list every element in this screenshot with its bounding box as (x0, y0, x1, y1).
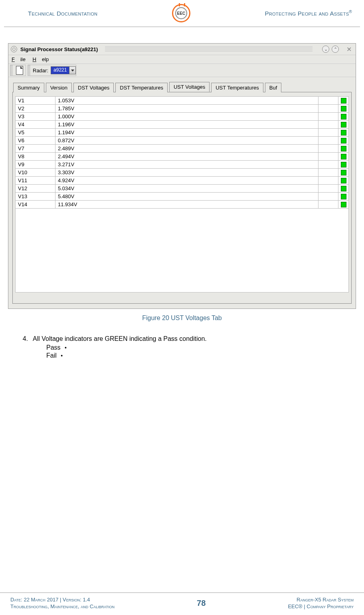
list-text: All Voltage indicators are GREEN indicat… (33, 335, 207, 342)
voltage-value: 1.785V (55, 105, 318, 113)
table-row: V31.000V (16, 113, 349, 121)
tab-buf[interactable]: Buf (265, 83, 282, 92)
voltage-name: V3 (16, 113, 55, 121)
minimize-button[interactable]: ⌄ (322, 46, 329, 53)
voltage-name: V2 (16, 105, 55, 113)
voltage-value: 11.934V (55, 201, 318, 209)
table-empty-area (15, 209, 349, 293)
toolbar-handle[interactable] (28, 65, 30, 76)
tabbar: Summary Version DST Voltages DST Tempera… (8, 77, 356, 92)
titlebar-stripes (105, 46, 313, 52)
status-cell (338, 137, 349, 145)
tab-ust-voltages[interactable]: UST Voltages (169, 82, 210, 92)
bullet-icon: • (61, 352, 63, 359)
doc-footer: Date: 22 March 2017 | Version: 1.4 Troub… (0, 592, 364, 610)
header-right-text: Protecting People and Assets® (265, 10, 352, 17)
voltage-spacer (318, 121, 338, 129)
tab-summary[interactable]: Summary (13, 83, 44, 92)
toolbar-group-new (10, 65, 26, 76)
voltage-spacer (318, 137, 338, 145)
voltage-name: V6 (16, 137, 55, 145)
table-row: V21.785V (16, 105, 349, 113)
menu-file[interactable]: File (12, 56, 26, 62)
table-row: V93.271V (16, 161, 349, 169)
status-cell (338, 201, 349, 209)
voltage-value: 3.271V (55, 161, 318, 169)
status-ok-icon (341, 186, 346, 191)
voltage-value: 2.494V (55, 153, 318, 161)
status-cell (338, 169, 349, 177)
tab-dst-temperatures[interactable]: DST Temperatures (115, 83, 168, 92)
tab-version[interactable]: Version (46, 83, 72, 92)
voltage-name: V4 (16, 121, 55, 129)
body-text: 4. All Voltage indicators are GREEN indi… (4, 335, 360, 359)
eec-logo-icon: EEC (172, 4, 190, 22)
status-cell (338, 121, 349, 129)
status-ok-icon (341, 162, 346, 167)
voltage-spacer (318, 169, 338, 177)
header-right-label: Protecting People and Assets (265, 10, 349, 17)
toolbar-group-radar: Radar: a9221 (28, 65, 76, 76)
table-row: V51.194V (16, 129, 349, 137)
table-row: V1411.934V (16, 201, 349, 209)
status-ok-icon (341, 114, 346, 119)
app-icon (11, 46, 17, 52)
status-cell (338, 97, 349, 105)
voltage-value: 2.489V (55, 145, 318, 153)
header-right-mark: ® (349, 10, 352, 14)
status-ok-icon (341, 178, 346, 183)
voltage-name: V12 (16, 185, 55, 193)
status-cell (338, 113, 349, 121)
status-ok-icon (341, 106, 346, 111)
header-left-text: Technical Documentation (28, 10, 97, 17)
voltage-name: V8 (16, 153, 55, 161)
window-title: Signal Processor Status(a9221) (20, 46, 98, 52)
voltage-spacer (318, 97, 338, 105)
eec-logo-text: EEC (175, 7, 187, 19)
window-titlebar: Signal Processor Status(a9221) ⌄ ⌃ ✕ (8, 44, 356, 55)
status-ok-icon (341, 98, 346, 103)
new-doc-icon[interactable] (16, 66, 23, 75)
voltage-spacer (318, 201, 338, 209)
status-cell (338, 185, 349, 193)
toolbar: Radar: a9221 (8, 64, 356, 77)
toolbar-handle[interactable] (10, 65, 13, 76)
footer-right: Ranger-X5 Radar System EEC® | Company Pr… (288, 596, 354, 610)
voltage-spacer (318, 177, 338, 185)
voltage-value: 4.924V (55, 177, 318, 185)
footer-proprietary: EEC® | Company Proprietary (288, 603, 354, 610)
tab-panel-ust-voltages: V11.053VV21.785VV31.000VV41.196VV51.194V… (12, 92, 352, 304)
voltage-spacer (318, 105, 338, 113)
table-row: V41.196V (16, 121, 349, 129)
footer-page-number: 78 (197, 599, 206, 608)
table-row: V82.494V (16, 153, 349, 161)
voltage-value: 3.303V (55, 169, 318, 177)
menubar: File Help (8, 55, 356, 64)
footer-subtitle: Troubleshooting, Maintenance, and Calibr… (10, 603, 115, 610)
voltage-name: V1 (16, 97, 55, 105)
voltage-name: V14 (16, 201, 55, 209)
voltage-spacer (318, 161, 338, 169)
tab-dst-voltages[interactable]: DST Voltages (73, 83, 114, 92)
status-cell (338, 193, 349, 201)
voltage-name: V10 (16, 169, 55, 177)
menu-help[interactable]: Help (33, 56, 49, 62)
chevron-down-icon[interactable] (69, 67, 75, 74)
table-row: V72.489V (16, 145, 349, 153)
list-item-4: 4. All Voltage indicators are GREEN indi… (16, 335, 348, 342)
pass-row: Pass • (46, 344, 348, 351)
maximize-button[interactable]: ⌃ (332, 46, 339, 53)
tab-ust-temperatures[interactable]: UST Temperatures (211, 83, 263, 92)
radar-select[interactable]: a9221 (51, 66, 76, 74)
status-cell (338, 145, 349, 153)
list-number: 4. (16, 335, 28, 342)
status-ok-icon (341, 122, 346, 127)
close-button[interactable]: ✕ (344, 45, 353, 54)
voltage-spacer (318, 129, 338, 137)
voltage-value: 1.000V (55, 113, 318, 121)
voltage-value: 5.480V (55, 193, 318, 201)
voltage-value: 1.194V (55, 129, 318, 137)
table-row: V103.303V (16, 169, 349, 177)
status-cell (338, 153, 349, 161)
status-ok-icon (341, 202, 346, 207)
